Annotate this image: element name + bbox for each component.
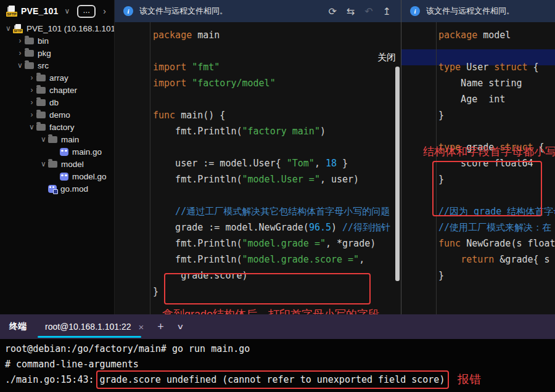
chevron-right-icon[interactable]: › bbox=[27, 73, 36, 82]
new-terminal-icon[interactable]: + bbox=[157, 321, 164, 333]
code-editor-main-go[interactable]: 关闭 package mainimport "fmt"import "facto… bbox=[115, 22, 401, 314]
tree-item-bin[interactable]: ›bin bbox=[0, 35, 114, 47]
code-token: type bbox=[438, 62, 461, 73]
code-token: "factory main" bbox=[242, 126, 320, 137]
code-line: Age int bbox=[438, 91, 555, 107]
tree-item-model[interactable]: ∨model bbox=[0, 158, 114, 170]
more-actions-button[interactable]: … bbox=[77, 5, 96, 18]
chevron-right-icon[interactable]: › bbox=[15, 49, 25, 57]
code-token: } bbox=[438, 110, 444, 121]
code-line: func NewGrade(s float64) *grade { bbox=[438, 235, 555, 251]
code-token: fmt.Println( bbox=[153, 254, 242, 265]
tree-item-src[interactable]: ∨src bbox=[0, 59, 114, 71]
code-line: func main() { bbox=[153, 107, 390, 123]
folder-icon bbox=[36, 124, 46, 131]
code-token bbox=[186, 62, 192, 73]
code-token: "model.User =" bbox=[242, 174, 320, 185]
refresh-icon[interactable]: ⟳ bbox=[328, 6, 336, 17]
chevron-right-icon[interactable]: › bbox=[15, 36, 25, 45]
tree-item-label: demo bbox=[49, 110, 70, 120]
chevron-right-icon[interactable]: › bbox=[27, 98, 36, 107]
folder-icon bbox=[36, 75, 46, 81]
terminal-dropdown-icon[interactable]: ∨ bbox=[176, 322, 184, 331]
left-infobar-actions: ⟳ ⇆ ↶ ↥ bbox=[328, 0, 391, 22]
code-line bbox=[153, 91, 390, 107]
tree-item-pkg[interactable]: ›pkg bbox=[0, 47, 114, 59]
folder-icon bbox=[48, 136, 57, 143]
tree-item-db[interactable]: ›db bbox=[0, 96, 114, 108]
left-infobar: i 该文件与远程文件相同。 ⟳ ⇆ ↶ ↥ bbox=[115, 0, 401, 22]
code-token: fmt.Println( bbox=[153, 126, 242, 137]
code-editor-model-go[interactable]: package modeltype User struct { Name str… bbox=[401, 22, 555, 314]
tree-item-array[interactable]: ›array bbox=[0, 71, 114, 84]
code-token: user := model.User{ bbox=[153, 158, 287, 169]
terminal-tab-bar: 终端 root@10.168.1.101:22 × + ∨ bbox=[0, 314, 555, 339]
code-line bbox=[438, 43, 555, 59]
code-token: &grade{ s } bbox=[494, 254, 555, 265]
code-token: } bbox=[438, 270, 444, 281]
code-token: "model.grade =" bbox=[242, 238, 326, 249]
code-token bbox=[186, 78, 192, 89]
code-token: } bbox=[337, 158, 348, 169]
close-tab-icon[interactable]: × bbox=[139, 322, 144, 332]
tree-item-label: src bbox=[38, 61, 49, 70]
sync-compare-icon[interactable]: ⇆ bbox=[347, 6, 355, 17]
chevron-down-icon[interactable]: ∨ bbox=[27, 123, 36, 131]
upload-icon[interactable]: ↥ bbox=[383, 6, 391, 17]
sftp-connection-icon: SFTP bbox=[6, 6, 17, 17]
tree-item-model.go[interactable]: model.go bbox=[0, 170, 114, 182]
code-token: grade := model.NewGrade( bbox=[153, 222, 309, 233]
annotation-box-printed-field bbox=[164, 273, 371, 304]
connection-title: PVE_101 bbox=[21, 6, 59, 16]
terminal-tab[interactable]: root@10.168.1.101:22 bbox=[45, 314, 131, 339]
code-token: func bbox=[153, 110, 175, 121]
code-token: NewGrade(s float64) *grade { bbox=[461, 238, 555, 249]
chevron-down-icon[interactable]: ∨ bbox=[4, 24, 13, 33]
terminal-section-label: 终端 bbox=[9, 321, 27, 332]
tree-item-label: pkg bbox=[38, 49, 51, 58]
code-line: import "fmt" bbox=[153, 59, 390, 75]
chevron-down-icon[interactable]: ∨ bbox=[39, 160, 48, 168]
close-diff-button[interactable]: 关闭 bbox=[377, 52, 396, 63]
tree-item-label: db bbox=[49, 98, 59, 107]
annotation-error-note: 报错 bbox=[458, 372, 481, 388]
code-token bbox=[438, 254, 461, 265]
code-line bbox=[153, 187, 390, 203]
chevron-right-icon[interactable]: › bbox=[27, 86, 36, 94]
terminal-line: root@debian:/go/factory/main# go run mai… bbox=[5, 341, 445, 357]
tree-item-label: chapter bbox=[49, 86, 77, 95]
app-window: SFTP PVE_101 ∨ … › ∨SFTPPVE_101 (10.168.… bbox=[0, 0, 555, 392]
code-token: "Tom" bbox=[287, 158, 314, 169]
info-icon: i bbox=[123, 6, 133, 16]
code-token: fmt.Println( bbox=[153, 238, 242, 249]
tree-item-label: array bbox=[49, 73, 68, 83]
code-token: , user) bbox=[320, 174, 359, 185]
undo-icon[interactable]: ↶ bbox=[364, 6, 372, 17]
tree-item-main[interactable]: ∨main bbox=[0, 133, 114, 145]
code-line bbox=[438, 123, 555, 139]
code-line: } bbox=[438, 107, 555, 123]
tree-item-label: model bbox=[61, 160, 84, 169]
code-line: import "factory/model" bbox=[153, 75, 390, 91]
chevron-right-icon[interactable]: › bbox=[27, 110, 36, 119]
code-line: fmt.Println("model.User =", user) bbox=[153, 171, 390, 187]
chevron-down-icon[interactable]: ∨ bbox=[15, 61, 25, 70]
code-token: } bbox=[153, 286, 158, 297]
code-token: package bbox=[153, 30, 192, 41]
sftp-icon: SFTP bbox=[13, 24, 23, 33]
collapse-panel-icon[interactable]: › bbox=[103, 6, 106, 16]
tree-item-chapter[interactable]: ›chapter bbox=[0, 84, 114, 96]
code-line: package main bbox=[153, 27, 390, 43]
editor-scrollbar[interactable] bbox=[395, 67, 400, 281]
sidebar-header: SFTP PVE_101 ∨ … › bbox=[0, 0, 114, 22]
tree-item-demo[interactable]: ›demo bbox=[0, 108, 114, 121]
go-file-icon bbox=[60, 148, 68, 156]
chevron-down-icon[interactable]: ∨ bbox=[39, 135, 48, 144]
connection-dropdown-icon[interactable]: ∨ bbox=[65, 7, 70, 15]
tree-item-main.go[interactable]: main.go bbox=[0, 145, 114, 158]
tree-item-go.mod[interactable]: go.mod bbox=[0, 182, 114, 195]
code-content: package mainimport "fmt"import "factory/… bbox=[153, 27, 390, 300]
code-line: fmt.Println("model.grade.score =", bbox=[153, 251, 390, 267]
tree-item-pve-101-10.168.1.101-w[interactable]: ∨SFTPPVE_101 (10.168.1.101/w bbox=[0, 22, 114, 35]
tree-item-factory[interactable]: ∨factory bbox=[0, 121, 114, 133]
